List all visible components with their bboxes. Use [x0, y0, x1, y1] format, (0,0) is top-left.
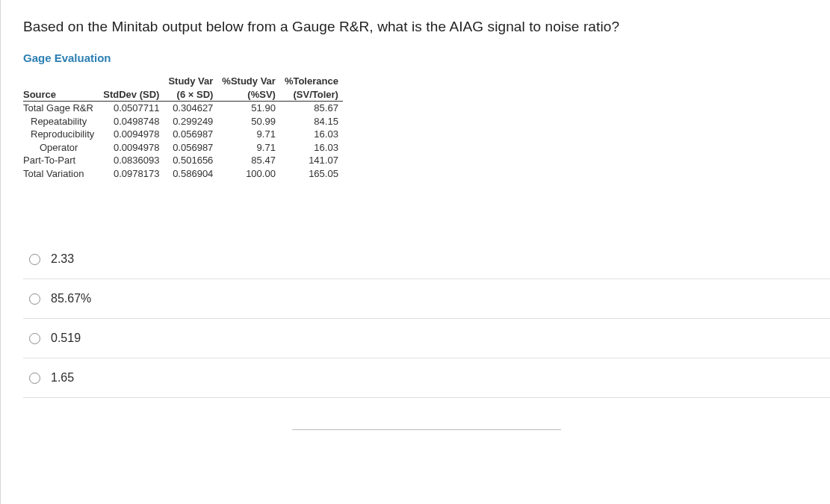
- footer-rule: [292, 429, 561, 430]
- cell-source: Total Gage R&R: [23, 102, 99, 115]
- col-source: Source: [23, 88, 99, 102]
- cell-pctsv: 85.47: [217, 154, 280, 167]
- table-row: Operator0.00949780.0569879.7116.03: [23, 141, 343, 155]
- cell-sd: 0.0498748: [99, 115, 164, 128]
- cell-svtoler: 84.15: [280, 115, 343, 128]
- cell-source: Reproducibility: [23, 128, 99, 141]
- choice-label: 85.67%: [51, 292, 91, 305]
- cell-svtoler: 85.67: [280, 102, 343, 115]
- col-top-pcttol: %Tolerance: [280, 75, 343, 88]
- radio-icon[interactable]: [29, 293, 40, 305]
- answer-choice[interactable]: 85.67%: [23, 279, 830, 319]
- cell-sixsd: 0.586904: [164, 167, 217, 181]
- cell-sixsd: 0.501656: [164, 154, 217, 167]
- cell-sixsd: 0.056987: [164, 141, 217, 155]
- table-row: Repeatability0.04987480.29924950.9984.15: [23, 115, 343, 128]
- cell-sd: 0.0094978: [99, 141, 164, 155]
- col-top-studyvar: Study Var: [164, 75, 217, 88]
- cell-source: Operator: [23, 141, 99, 155]
- table-row: Total Gage R&R0.05077110.30462751.9085.6…: [23, 102, 343, 115]
- choice-label: 2.33: [51, 252, 74, 266]
- cell-svtoler: 16.03: [280, 141, 343, 155]
- radio-icon[interactable]: [29, 333, 40, 344]
- cell-source: Total Variation: [23, 167, 99, 181]
- cell-pctsv: 50.99: [217, 115, 280, 128]
- answer-choice[interactable]: 2.33: [23, 240, 830, 279]
- cell-svtoler: 141.07: [280, 154, 343, 167]
- col-pctsv: (%SV): [217, 88, 280, 102]
- cell-sd: 0.0507711: [99, 102, 164, 115]
- cell-pctsv: 100.00: [217, 167, 280, 181]
- answer-choice[interactable]: 0.519: [23, 319, 830, 358]
- gage-table: Study Var %Study Var %Tolerance Source S…: [23, 75, 343, 180]
- table-row: Total Variation0.09781730.586904100.0016…: [23, 167, 343, 181]
- choice-label: 1.65: [51, 371, 74, 385]
- col-sd: StdDev (SD): [99, 88, 164, 102]
- col-svtoler: (SV/Toler): [280, 88, 343, 102]
- table-row: Reproducibility0.00949780.0569879.7116.0…: [23, 128, 343, 141]
- cell-sixsd: 0.056987: [164, 128, 217, 141]
- col-top-pctstudyvar: %Study Var: [217, 75, 280, 88]
- cell-sd: 0.0094978: [99, 128, 164, 141]
- section-title: Gage Evaluation: [23, 52, 830, 64]
- cell-sixsd: 0.304627: [164, 102, 217, 115]
- col-sixsd: (6 × SD): [164, 88, 217, 102]
- question-text: Based on the Minitab output below from a…: [23, 19, 830, 35]
- gage-tbody: Total Gage R&R0.05077110.30462751.9085.6…: [23, 102, 343, 181]
- cell-sixsd: 0.299249: [164, 115, 217, 128]
- radio-icon[interactable]: [29, 254, 40, 265]
- cell-sd: 0.0836093: [99, 154, 164, 167]
- cell-source: Part-To-Part: [23, 154, 99, 167]
- cell-svtoler: 165.05: [280, 167, 343, 181]
- question-block: Based on the Minitab output below from a…: [0, 0, 830, 504]
- cell-source: Repeatability: [23, 115, 99, 128]
- minitab-output: Study Var %Study Var %Tolerance Source S…: [23, 75, 830, 180]
- answer-choice[interactable]: 1.65: [23, 358, 830, 398]
- choice-label: 0.519: [51, 332, 81, 345]
- cell-svtoler: 16.03: [280, 128, 343, 141]
- answer-choices: 2.3385.67%0.5191.65: [23, 240, 830, 398]
- table-row: Part-To-Part0.08360930.50165685.47141.07: [23, 154, 343, 167]
- radio-icon[interactable]: [29, 373, 40, 384]
- cell-pctsv: 9.71: [217, 128, 280, 141]
- cell-sd: 0.0978173: [99, 167, 164, 181]
- cell-pctsv: 9.71: [217, 141, 280, 155]
- cell-pctsv: 51.90: [217, 102, 280, 115]
